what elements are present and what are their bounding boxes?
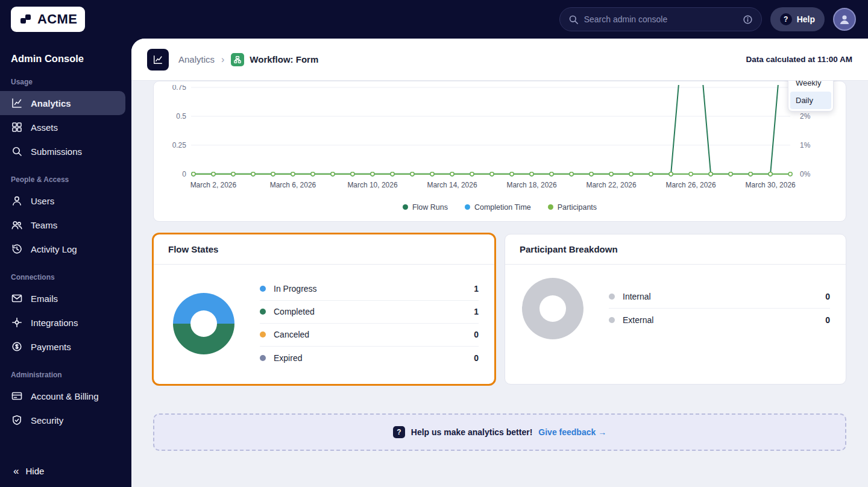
svg-text:0.25: 0.25 <box>172 141 187 149</box>
info-icon[interactable] <box>743 14 753 25</box>
flow-states-card: Flow States In Progress 1 Completed <box>153 234 495 385</box>
hide-sidebar-button[interactable]: « Hide <box>0 459 131 487</box>
participants-dot-icon <box>548 204 553 210</box>
sidebar: Admin Console Usage Analytics Assets Sub… <box>0 39 131 487</box>
sidebar-item-activity-log[interactable]: Activity Log <box>0 237 125 261</box>
breadcrumb-chevron-icon: › <box>221 54 224 65</box>
participant-breakdown-title: Participant Breakdown <box>505 234 846 265</box>
completed-count: 1 <box>474 307 479 316</box>
svg-text:1%: 1% <box>800 141 811 149</box>
sidebar-item-assets[interactable]: Assets <box>0 115 125 139</box>
sidebar-item-submissions[interactable]: Submissions <box>0 139 125 163</box>
shield-icon <box>11 414 23 426</box>
analytics-page-icon <box>147 49 169 71</box>
sidebar-item-payments[interactable]: Payments <box>0 335 125 359</box>
help-button[interactable]: ? Help <box>770 7 825 31</box>
svg-text:March 18, 2026: March 18, 2026 <box>506 181 557 189</box>
participant-donut <box>522 278 583 339</box>
usage-line-chart: 0.750.50.2502%1%0%March 2, 2026March 6, … <box>162 85 837 195</box>
svg-text:0: 0 <box>182 170 186 178</box>
sidebar-item-label: Account & Billing <box>31 391 99 401</box>
analytics-icon <box>11 97 23 109</box>
in-progress-dot-icon <box>260 286 266 292</box>
breadcrumb-analytics[interactable]: Analytics <box>178 54 215 64</box>
give-feedback-link[interactable]: Give feedback → <box>538 427 606 437</box>
svg-text:0.75: 0.75 <box>172 85 187 92</box>
completion-time-dot-icon <box>465 204 470 210</box>
avatar[interactable] <box>833 8 856 31</box>
sidebar-item-label: Activity Log <box>31 244 77 254</box>
flow-state-row-canceled: Canceled 0 <box>260 324 479 347</box>
sidebar-item-label: Teams <box>31 220 57 230</box>
credit-card-icon <box>11 390 23 402</box>
section-label-connections: Connections <box>0 273 131 281</box>
flow-states-donut <box>173 293 234 354</box>
legend-flow-runs[interactable]: Flow Runs <box>403 203 448 212</box>
people-group-icon <box>11 219 23 231</box>
sidebar-item-label: Payments <box>31 342 71 352</box>
sidebar-item-account-billing[interactable]: Account & Billing <box>0 384 125 408</box>
period-option-daily[interactable]: Daily <box>790 92 831 109</box>
legend-completion-time[interactable]: Completion Time <box>465 203 531 212</box>
search-bar <box>559 7 762 31</box>
breadcrumb-current: Workflow: Form <box>250 54 318 64</box>
section-label-usage: Usage <box>0 78 131 86</box>
page-header: Analytics › Workflow: Form Data calculat… <box>131 39 868 81</box>
internal-count: 0 <box>825 292 830 301</box>
svg-text:March 22, 2026: March 22, 2026 <box>586 181 637 189</box>
participant-legend: Internal 0 External 0 <box>609 286 830 331</box>
svg-text:0.5: 0.5 <box>176 112 186 121</box>
external-dot-icon <box>609 317 615 323</box>
main-panel: Analytics › Workflow: Form Data calculat… <box>131 39 868 487</box>
workflow-icon <box>231 53 244 66</box>
participant-row-external: External 0 <box>609 309 830 331</box>
magnifier-icon <box>11 145 23 157</box>
hide-label: Hide <box>25 466 44 476</box>
acme-logo[interactable]: ACME <box>11 7 85 32</box>
sidebar-title: Admin Console <box>0 53 131 64</box>
participant-row-internal: Internal 0 <box>609 286 830 309</box>
sidebar-item-emails[interactable]: Emails <box>0 286 125 310</box>
integrations-hub-icon <box>11 316 23 328</box>
sidebar-item-users[interactable]: Users <box>0 189 125 213</box>
search-input[interactable] <box>584 14 737 24</box>
svg-text:March 14, 2026: March 14, 2026 <box>427 181 477 189</box>
completed-dot-icon <box>260 309 266 315</box>
sidebar-item-integrations[interactable]: Integrations <box>0 310 125 335</box>
sidebar-item-label: Submissions <box>31 146 82 157</box>
usage-chart-card: WeeklyDaily 0.750.50.2502%1%0%March 2, 2… <box>153 81 846 222</box>
section-label-people: People & Access <box>0 175 131 184</box>
internal-dot-icon <box>609 294 615 300</box>
participant-breakdown-card: Participant Breakdown Internal 0 Ext <box>505 234 846 385</box>
assets-grid-icon <box>11 121 23 133</box>
sidebar-item-label: Users <box>31 196 54 206</box>
svg-text:2%: 2% <box>800 112 811 121</box>
feedback-message: Help us make analytics better! <box>411 427 533 437</box>
envelope-icon <box>11 292 23 304</box>
svg-text:March 10, 2026: March 10, 2026 <box>347 181 398 189</box>
section-label-administration: Administration <box>0 371 131 379</box>
sidebar-item-label: Emails <box>31 294 58 304</box>
legend-participants[interactable]: Participants <box>548 203 597 212</box>
external-count: 0 <box>825 315 830 325</box>
svg-text:March 26, 2026: March 26, 2026 <box>666 181 717 189</box>
svg-text:March 30, 2026: March 30, 2026 <box>746 181 796 189</box>
canceled-count: 0 <box>474 330 479 339</box>
sidebar-item-teams[interactable]: Teams <box>0 213 125 237</box>
sidebar-item-security[interactable]: Security <box>0 408 125 432</box>
help-question-icon: ? <box>780 13 792 25</box>
flow-states-legend: In Progress 1 Completed 1 Canceled <box>260 278 479 369</box>
data-calculated-note: Data calculated at 11:00 AM <box>746 55 852 64</box>
chart-legend: Flow Runs Completion Time Participants <box>162 203 837 212</box>
dollar-circle-icon <box>11 341 23 353</box>
flow-runs-dot-icon <box>403 204 408 210</box>
sidebar-item-analytics[interactable]: Analytics <box>0 91 125 115</box>
search-icon <box>568 14 579 25</box>
history-clock-icon <box>11 243 23 255</box>
svg-text:March 2, 2026: March 2, 2026 <box>190 181 237 189</box>
question-icon: ? <box>393 426 405 438</box>
content-area: WeeklyDaily 0.750.50.2502%1%0%March 2, 2… <box>131 81 868 487</box>
user-icon <box>838 13 851 26</box>
help-label: Help <box>797 14 815 24</box>
svg-text:March 6, 2026: March 6, 2026 <box>270 181 316 189</box>
